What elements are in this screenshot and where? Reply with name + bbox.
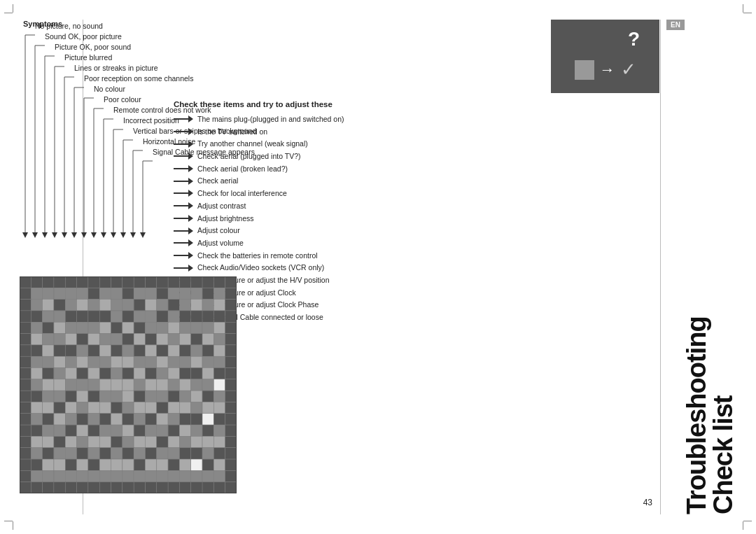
svg-marker-25: [140, 232, 146, 238]
arrow-head-11: [188, 239, 193, 246]
symptom-10: Incorrect position: [123, 115, 179, 126]
symptom-3: Picture OK, poor sound: [55, 41, 131, 52]
check-item-14: Auto-configure or adjust the H/V positio…: [174, 275, 659, 286]
arrow-line-10: [174, 230, 189, 232]
arrow-head-1: [188, 115, 193, 122]
page-number: 43: [643, 498, 652, 507]
svg-marker-24: [130, 232, 136, 238]
arrow-12: [174, 252, 193, 259]
symptom-2: Sound OK, poor picture: [45, 31, 122, 42]
svg-marker-16: [52, 232, 57, 238]
check-item-9: Adjust brightness: [174, 213, 659, 224]
arrow-line-11: [174, 242, 189, 244]
svg-marker-19: [81, 232, 87, 238]
check-item-text-4: Check aerial (plugged into TV?): [197, 151, 300, 162]
check-item-text-5: Check aerial (broken lead?): [197, 164, 288, 174]
check-items-title: Check these items and try to adjust thes…: [174, 100, 659, 108]
svg-marker-17: [62, 232, 67, 238]
check-item-4: Check aerial (plugged into TV?): [174, 151, 659, 162]
page-title: TroubleshootingCheck list: [683, 36, 736, 514]
check-item-12: Check the batteries in remote control: [174, 251, 659, 261]
symptom-1: No picture, no sound: [35, 20, 103, 31]
arrow-line-13: [174, 267, 189, 269]
arrow-8: [174, 202, 193, 209]
arrow-line-12: [174, 255, 189, 256]
arrow-11: [174, 239, 193, 246]
check-item-text-7: Check for local interference: [197, 188, 287, 199]
arrow-line-2: [174, 131, 189, 132]
arrow-6: [174, 178, 193, 185]
check-item-text-11: Adjust volume: [197, 238, 244, 248]
check-item-text-10: Adjust colour: [197, 225, 240, 236]
check-item-10: Adjust colour: [174, 225, 659, 236]
arrow-head-4: [188, 153, 193, 160]
arrow-2: [174, 128, 193, 135]
check-item-2: Is the TV switched on: [174, 127, 659, 137]
symptom-5: Lines or streaks in picture: [74, 62, 158, 73]
check-item-8: Adjust contrast: [174, 201, 659, 211]
arrow-1: [174, 115, 193, 122]
right-title-panel: EN TroubleshootingCheck list: [666, 20, 736, 514]
arrow-5: [174, 165, 193, 172]
check-item-15: Auto-configure or adjust Clock: [174, 288, 659, 298]
checklist-image: ? → ✓: [551, 20, 659, 93]
arrow-9: [174, 215, 193, 222]
svg-marker-15: [42, 232, 48, 238]
check-item-text-1: The mains plug-(plugged in and switched …: [197, 114, 344, 125]
arrow-line-8: [174, 205, 189, 206]
arrow-icon: →: [600, 61, 615, 79]
pixel-canvas: [20, 276, 237, 493]
arrow-line-4: [174, 155, 189, 157]
arrow-head-12: [188, 252, 193, 259]
arrow-line-5: [174, 168, 189, 169]
en-badge: EN: [666, 20, 685, 30]
check-item-text-2: Is the TV switched on: [197, 127, 267, 137]
symptom-7: No colour: [94, 83, 125, 94]
svg-marker-23: [120, 232, 126, 238]
arrow-line-7: [174, 192, 189, 194]
title-troubleshooting: TroubleshootingCheck list: [683, 316, 736, 514]
arrow-4: [174, 153, 193, 160]
arrow-7: [174, 190, 193, 197]
check-item-text-3: Try another channel (weak signal): [197, 139, 308, 149]
check-item-11: Adjust volume: [174, 238, 659, 248]
check-item-text-6: Check aerial: [197, 176, 238, 186]
arrow-head-9: [188, 215, 193, 222]
arrow-head-5: [188, 165, 193, 172]
check-item-13: Check Audio/Video sockets (VCR only): [174, 262, 659, 273]
arrow-3: [174, 141, 193, 148]
arrow-line-3: [174, 143, 189, 145]
symptom-4: Picture blurred: [64, 52, 112, 63]
check-item-5: Check aerial (broken lead?): [174, 164, 659, 174]
arrow-13: [174, 265, 193, 272]
svg-marker-21: [101, 232, 106, 238]
arrow-head-6: [188, 178, 193, 185]
svg-marker-13: [22, 232, 28, 238]
arrow-head-8: [188, 202, 193, 209]
check-item-1: The mains plug-(plugged in and switched …: [174, 114, 659, 125]
check-item-text-12: Check the batteries in remote control: [197, 251, 318, 261]
symptom-8: Poor colour: [104, 94, 141, 105]
arrow-head-3: [188, 141, 193, 148]
check-item-6: Check aerial: [174, 176, 659, 186]
check-items-section: Check these items and try to adjust thes…: [174, 100, 659, 325]
symptom-6: Poor reception on some channels: [84, 73, 193, 84]
arrow-line-9: [174, 218, 189, 219]
svg-marker-14: [32, 232, 38, 238]
divider-right: [660, 20, 661, 514]
arrow-head-2: [188, 128, 193, 135]
main-content: EN TroubleshootingCheck list ? → ✓ Sympt…: [20, 20, 736, 514]
box-gray: [575, 60, 594, 80]
arrow-check-group: → ✓: [575, 59, 636, 80]
arrow-head-13: [188, 265, 193, 272]
check-item-text-9: Adjust brightness: [197, 213, 254, 224]
check-item-7: Check for local interference: [174, 188, 659, 199]
arrow-head-7: [188, 190, 193, 197]
svg-marker-22: [111, 232, 116, 238]
check-item-text-8: Adjust contrast: [197, 201, 246, 211]
arrow-line-6: [174, 181, 189, 182]
check-item-3: Try another channel (weak signal): [174, 139, 659, 149]
svg-marker-18: [71, 232, 77, 238]
arrow-10: [174, 227, 193, 234]
check-item-17: Is the Signal Cable connected or loose: [174, 312, 659, 323]
